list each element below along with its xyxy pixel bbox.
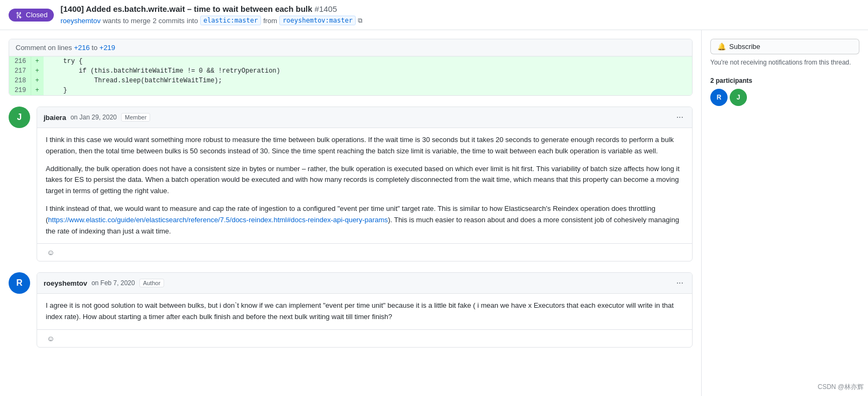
comment-header-left-r: roeyshemtov on Feb 7, 2020 Author xyxy=(44,279,164,287)
plus-sign: + xyxy=(31,86,44,95)
line-num: 217 xyxy=(9,66,31,76)
code-line: try { xyxy=(44,56,692,66)
head-branch[interactable]: roeyshemtov:master xyxy=(279,16,356,25)
comment-author-roeyshemtov[interactable]: roeyshemtov xyxy=(44,279,87,287)
comment-block-roeyshemtov: R roeyshemtov on Feb 7, 2020 Author ··· … xyxy=(9,272,693,348)
top-bar: ⛕ Closed [1400] Added es.batch.write.wai… xyxy=(0,0,868,30)
diff-row: 219 + } xyxy=(9,86,692,95)
sidebar: 🔔 Subscribe You're not receiving notific… xyxy=(701,30,868,396)
code-line: if (this.batchWriteWaitTime != 0 && !ret… xyxy=(44,66,692,76)
comment-options-roeyshemtov[interactable]: ··· xyxy=(674,277,686,289)
merge-icon: ⛕ xyxy=(15,11,23,19)
participants-avatars: R J xyxy=(710,89,859,106)
watermark: CSDN @林亦辉 xyxy=(817,383,864,392)
avatar-roeyshemtov: R xyxy=(9,272,30,294)
comment-card-roeyshemtov: roeyshemtov on Feb 7, 2020 Author ··· I … xyxy=(37,272,693,348)
participant-avatar-1[interactable]: R xyxy=(710,89,728,106)
notification-text: You're not receiving notifications from … xyxy=(710,59,859,66)
comment-footer-roeyshemtov: ☺ xyxy=(37,329,692,347)
base-branch[interactable]: elastic:master xyxy=(200,16,261,25)
comment-body-roeyshemtov: I agree it is not good solution to wait … xyxy=(37,294,692,329)
diff-comment-block: Comment on lines +216 to +219 216 + try … xyxy=(9,39,693,96)
diff-range-start: +216 xyxy=(74,44,89,52)
copy-icon[interactable]: ⧉ xyxy=(358,17,363,24)
role-badge-author: Author xyxy=(139,279,164,287)
comment-footer-jbaiera: ☺ xyxy=(37,243,692,261)
pr-status-badge: ⛕ Closed xyxy=(9,9,54,22)
comment-block-jbaiera: J jbaiera on Jan 29, 2020 Member ··· I t… xyxy=(9,107,693,261)
page-wrapper: ⛕ Closed [1400] Added es.batch.write.wai… xyxy=(0,0,868,396)
main-layout: Comment on lines +216 to +219 216 + try … xyxy=(0,30,868,396)
reindex-link[interactable]: https://www.elastic.co/guide/en/elastics… xyxy=(48,216,388,224)
pr-number: #1405 xyxy=(315,4,337,13)
pr-meta: roeyshemtov wants to merge 2 commits int… xyxy=(60,16,363,25)
comment-date-roeyshemtov: on Feb 7, 2020 xyxy=(91,279,135,287)
plus-sign: + xyxy=(31,66,44,76)
line-num: 219 xyxy=(9,86,31,95)
diff-row: 216 + try { xyxy=(9,56,692,66)
comment-header-jbaiera: jbaiera on Jan 29, 2020 Member ··· xyxy=(37,107,692,128)
comment-options-jbaiera[interactable]: ··· xyxy=(674,111,686,123)
comment-card-jbaiera: jbaiera on Jan 29, 2020 Member ··· I thi… xyxy=(37,107,693,261)
participant-avatar-2[interactable]: J xyxy=(730,89,747,106)
sidebar-notifications: 🔔 Subscribe You're not receiving notific… xyxy=(710,39,859,66)
diff-range-end: +219 xyxy=(100,44,115,52)
participants-count: 2 participants xyxy=(710,77,859,84)
comment-body-jbaiera: I think in this case we would want somet… xyxy=(37,128,692,243)
diff-table: 216 + try { 217 + if (this.batchWriteWai… xyxy=(9,56,692,95)
comment-author-jbaiera[interactable]: jbaiera xyxy=(44,114,66,122)
subscribe-button[interactable]: 🔔 Subscribe xyxy=(710,39,859,54)
comment-para-1: I think in this case we would want somet… xyxy=(46,135,683,157)
role-badge-member: Member xyxy=(121,113,150,122)
diff-row: 217 + if (this.batchWriteWaitTime != 0 &… xyxy=(9,66,692,76)
comment-para-3: I think instead of that, we would want t… xyxy=(46,203,683,237)
emoji-reaction-btn-jbaiera[interactable]: ☺ xyxy=(44,247,58,258)
comment-date-jbaiera: on Jan 29, 2020 xyxy=(70,114,117,121)
comment-header-left: jbaiera on Jan 29, 2020 Member xyxy=(44,113,150,122)
status-label: Closed xyxy=(26,11,47,19)
emoji-reaction-btn-roeyshemtov[interactable]: ☺ xyxy=(44,333,58,344)
pr-author-link[interactable]: roeyshemtov xyxy=(60,17,100,25)
code-line: Thread.sleep(batchWriteWaitTime); xyxy=(44,76,692,86)
content-area: Comment on lines +216 to +219 216 + try … xyxy=(0,30,701,396)
plus-sign: + xyxy=(31,76,44,86)
subscribe-label: Subscribe xyxy=(729,43,760,51)
line-num: 218 xyxy=(9,76,31,86)
comment-header-roeyshemtov: roeyshemtov on Feb 7, 2020 Author ··· xyxy=(37,273,692,294)
bell-icon: 🔔 xyxy=(717,43,726,51)
participants-section: 2 participants R J xyxy=(710,77,859,106)
code-line: } xyxy=(44,86,692,95)
plus-sign: + xyxy=(31,56,44,66)
comment-para-2: Additionally, the bulk operation does no… xyxy=(46,164,683,197)
diff-row: 218 + Thread.sleep(batchWriteWaitTime); xyxy=(9,76,692,86)
comment-para-r1: I agree it is not good solution to wait … xyxy=(46,300,683,323)
pr-title: [1400] Added es.batch.write.wait – time … xyxy=(60,4,337,13)
diff-header: Comment on lines +216 to +219 xyxy=(9,39,692,56)
line-num: 216 xyxy=(9,56,31,66)
avatar-jbaiera: J xyxy=(9,107,30,128)
